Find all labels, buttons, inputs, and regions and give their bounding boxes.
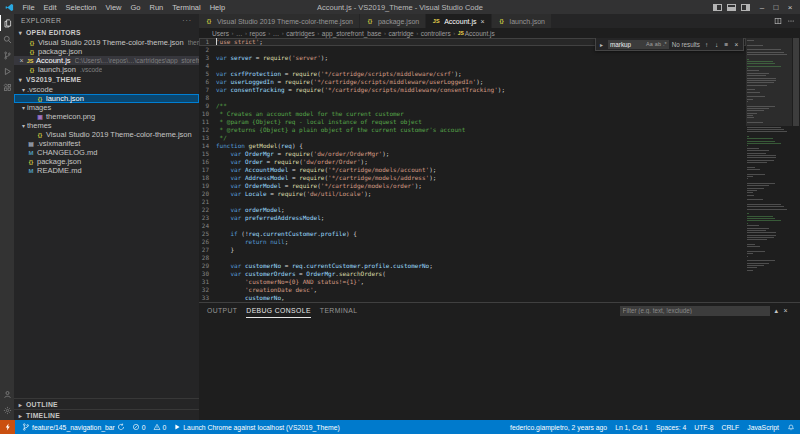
breadcrumb-item[interactable]: app_storefront_base: [322, 30, 382, 37]
minimize-button[interactable]: –: [755, 3, 769, 12]
editor-tab[interactable]: JSAccount.js×: [426, 14, 491, 28]
filter-input[interactable]: [620, 306, 770, 316]
panel-tab-output[interactable]: OUTPUT: [207, 303, 237, 318]
activity-extensions-icon[interactable]: [0, 79, 14, 95]
scrollbar-thumb[interactable]: [793, 38, 799, 126]
activity-explorer-icon[interactable]: [0, 15, 14, 31]
activity-account-icon[interactable]: [0, 386, 14, 402]
tree-folder-item[interactable]: themes: [14, 121, 199, 130]
breadcrumb-item[interactable]: …: [273, 30, 280, 37]
status-git-branch[interactable]: feature/145_navigation_bar: [22, 423, 125, 431]
find-previous-icon[interactable]: [703, 41, 710, 48]
find-input[interactable]: [610, 41, 644, 48]
open-editor-item[interactable]: {}package.json: [14, 47, 199, 56]
split-editor-icon[interactable]: [774, 17, 782, 25]
open-editor-item[interactable]: {}launch.json.vscode: [14, 65, 199, 74]
editor-scrollbar[interactable]: [792, 38, 800, 302]
status-cursor-position[interactable]: Ln 1, Col 1: [615, 424, 648, 431]
breadcrumb-item[interactable]: Users: [212, 30, 229, 37]
find-next-icon[interactable]: [713, 41, 720, 48]
panel-tab-terminal[interactable]: TERMINAL: [320, 303, 358, 318]
panel-tab-debug-console[interactable]: DEBUG CONSOLE: [246, 303, 311, 318]
breadcrumb-item[interactable]: cartridges: [286, 30, 315, 37]
open-editors-header[interactable]: OPEN EDITORS: [14, 27, 199, 38]
menu-file[interactable]: File: [18, 3, 39, 12]
toggle-sidebar-icon[interactable]: [713, 4, 722, 11]
find-close-icon[interactable]: [733, 41, 740, 48]
close-button[interactable]: ×: [783, 3, 797, 12]
breadcrumb-item[interactable]: …: [236, 30, 243, 37]
tree-folder-item[interactable]: .vscode: [14, 85, 199, 94]
tree-file-item[interactable]: MREADME.md: [14, 166, 199, 175]
close-tab-icon[interactable]: ×: [481, 18, 485, 25]
editor-tab[interactable]: {}package.json: [360, 14, 426, 28]
activity-settings-icon[interactable]: [0, 402, 14, 418]
tree-file-item[interactable]: ▤.vsixmanifest: [14, 139, 199, 148]
more-actions-icon[interactable]: [787, 17, 795, 25]
whole-word-toggle[interactable]: ab: [655, 41, 661, 47]
menu-help[interactable]: Help: [205, 3, 229, 12]
status-left: feature/145_navigation_bar00Launch Chrom…: [0, 420, 340, 434]
breadcrumb-separator: ›: [268, 30, 270, 36]
section-outline[interactable]: OUTLINE: [14, 398, 199, 409]
breadcrumb-item[interactable]: JSAccount.js: [458, 30, 495, 37]
menu-view[interactable]: View: [101, 3, 126, 12]
sidebar-spacer: [14, 175, 199, 398]
status-author-info[interactable]: federico.giampietro, 2 years ago: [510, 424, 607, 431]
status-label: 0: [142, 424, 146, 431]
editor-tab[interactable]: {}launch.json: [492, 14, 552, 28]
editor-tab[interactable]: {}Visual Studio 2019 Theme-color-theme.j…: [199, 14, 360, 28]
maximize-panel-icon[interactable]: [775, 307, 779, 315]
status-language-mode[interactable]: JavaScript: [747, 424, 779, 431]
remote-indicator[interactable]: [0, 420, 15, 434]
breadcrumb-item[interactable]: controllers: [421, 30, 451, 37]
breadcrumb-item[interactable]: cartridge: [388, 30, 413, 37]
json-file-icon: {}: [27, 159, 35, 165]
more-actions-icon[interactable]: [182, 17, 192, 24]
status-encoding[interactable]: UTF-8: [694, 424, 713, 431]
line-number: 33: [199, 294, 216, 302]
minimap[interactable]: [746, 38, 792, 302]
activity-search-icon[interactable]: [0, 31, 14, 47]
menu-terminal[interactable]: Terminal: [168, 3, 205, 12]
menu-selection[interactable]: Selection: [61, 3, 101, 12]
breadcrumb-item[interactable]: repos: [249, 30, 265, 37]
toggle-secondary-sidebar-icon[interactable]: [741, 4, 750, 11]
status-notifications[interactable]: [787, 423, 795, 431]
tree-file-item[interactable]: ▣themeicon.png: [14, 112, 199, 121]
menu-run[interactable]: Run: [145, 3, 168, 12]
tree-file-item[interactable]: {}launch.json: [14, 94, 199, 103]
tree-file-item[interactable]: {}Visual Studio 2019 Theme-color-theme.j…: [14, 130, 199, 139]
open-editor-item[interactable]: ×JSAccount.jsC:\Users\…\repos\…\cartridg…: [14, 56, 199, 65]
status-warnings[interactable]: 0: [153, 423, 167, 431]
match-case-toggle[interactable]: Aa: [646, 41, 653, 47]
activity-run-debug-icon[interactable]: [0, 63, 14, 79]
tree-file-item[interactable]: {}package.json: [14, 157, 199, 166]
regex-toggle[interactable]: .*: [663, 41, 667, 47]
status-debug-launch[interactable]: Launch Chrome against localhost (VS2019_…: [173, 423, 339, 431]
tree-file-item[interactable]: MCHANGELOG.md: [14, 148, 199, 157]
open-editor-item[interactable]: {}Visual Studio 2019 Theme-color-theme.j…: [14, 38, 199, 47]
line-content: var csrfProtection = require('*/cartridg…: [216, 70, 462, 78]
status-errors[interactable]: 0: [132, 423, 146, 431]
tree-header[interactable]: VS2019_THEME: [14, 74, 199, 85]
status-indentation[interactable]: Spaces: 4: [656, 424, 686, 431]
close-panel-icon[interactable]: [784, 307, 789, 314]
activity-source-control-icon[interactable]: [0, 47, 14, 63]
find-expand-icon[interactable]: [598, 41, 605, 48]
line-number: 28: [199, 254, 216, 262]
maximize-button[interactable]: □: [769, 3, 783, 12]
close-editor-icon[interactable]: ×: [17, 57, 26, 64]
line-number: 26: [199, 238, 216, 246]
line-content: var preferredAddressModel;: [216, 214, 324, 222]
menu-go[interactable]: Go: [126, 3, 145, 12]
code-editor[interactable]: 1'use strict';23var server = require('se…: [199, 38, 746, 302]
tree-folder-item[interactable]: images: [14, 103, 199, 112]
menu-edit[interactable]: Edit: [39, 3, 61, 12]
line-number: 11: [199, 118, 216, 126]
status-eol[interactable]: CRLF: [722, 424, 740, 431]
toggle-panel-icon[interactable]: [727, 4, 736, 11]
tab-label: Visual Studio 2019 Theme-color-theme.jso…: [217, 18, 353, 25]
find-in-selection-icon[interactable]: [723, 41, 730, 48]
section-timeline[interactable]: TIMELINE: [14, 409, 199, 420]
